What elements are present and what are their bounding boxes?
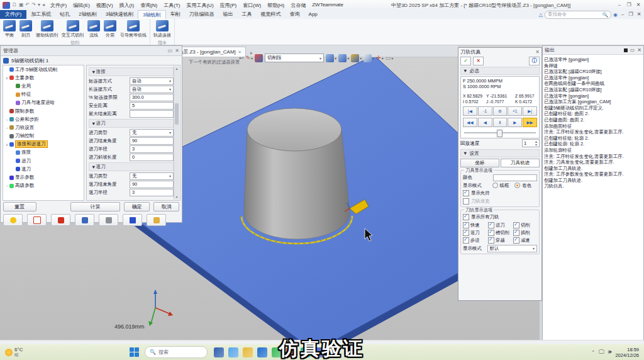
path-check-槽切削[interactable]: 槽切削 xyxy=(488,230,512,237)
section-header-退刀[interactable]: ▼ 退刀 xyxy=(89,162,174,171)
sim-close-icon[interactable]: ✕ xyxy=(535,49,540,55)
path-check-插削[interactable]: 插削 xyxy=(513,230,537,237)
filter-flag-icon[interactable] xyxy=(255,54,263,62)
toolpath-tab-button[interactable]: 刀具轨迹 xyxy=(501,159,540,167)
minimize-button[interactable]: – xyxy=(615,1,624,9)
ribbon-tool-驱动线切削[interactable]: 驱动线切削 xyxy=(35,20,58,39)
ribbon-tab-3轴快速铣削[interactable]: 3轴快速铣削 xyxy=(101,10,138,19)
back-icon[interactable]: ↩ xyxy=(239,55,244,61)
tree-item-显示参数[interactable]: 显示参数 xyxy=(3,173,84,181)
menu-item-帮助(H)[interactable]: 帮助(H) xyxy=(264,2,287,9)
进刀类型-dropdown[interactable]: 无▾ xyxy=(130,129,174,137)
go-start-button[interactable]: |◀ xyxy=(463,106,477,116)
menu-item-插入(I)[interactable]: 插入(I) xyxy=(116,2,138,9)
tree-expand-icon[interactable]: › xyxy=(4,184,9,188)
ribbon-tool-交互式切削[interactable]: 交互式切削 xyxy=(61,20,84,39)
show-holder-checkbox[interactable] xyxy=(463,190,469,196)
ok-button[interactable]: 确定 xyxy=(124,202,150,211)
pick-filter-dropdown[interactable]: 切削段 ▾ xyxy=(265,53,324,62)
restore-button[interactable]: ❐ xyxy=(625,1,633,9)
button-calculate-icon[interactable] xyxy=(75,214,94,226)
ribbon-tab-车削[interactable]: 车削 xyxy=(166,10,185,19)
sim-info-button[interactable]: ⓘ xyxy=(529,57,540,65)
rewind-button[interactable]: ◀◀ xyxy=(463,118,477,127)
menu-item-文件(F)[interactable]: 文件(F) xyxy=(47,2,70,9)
退刀-checkbox[interactable] xyxy=(463,230,469,236)
ribbon-tab-视觉样式[interactable]: 视觉样式 xyxy=(257,10,286,19)
tree-item-刀具与速度进给[interactable]: 刀具与速度进给 xyxy=(3,99,84,107)
menu-item-查询(N)[interactable]: 查询(N) xyxy=(137,2,160,9)
退刀半径-input[interactable]: 3 xyxy=(130,189,174,196)
coordinate-tab-button[interactable]: 坐标 xyxy=(460,159,499,167)
进刀结束角度-input[interactable]: 90 xyxy=(130,137,174,145)
长连接方式-dropdown[interactable]: 自动▾ xyxy=(130,86,174,93)
tree-item-主要参数[interactable]: ∨主要参数 xyxy=(3,74,84,82)
tree-expand-icon[interactable]: ∨ xyxy=(4,76,9,80)
tree-item-限制参数[interactable]: 限制参数 xyxy=(3,107,84,115)
cancel-button[interactable]: 取消 xyxy=(153,202,179,211)
减速-checkbox[interactable] xyxy=(513,237,519,244)
wireframe-radio[interactable] xyxy=(492,183,498,188)
槽切削-checkbox[interactable] xyxy=(488,230,494,236)
path-check-减速[interactable]: 减速 xyxy=(513,237,537,244)
play-button[interactable]: ▶ xyxy=(508,118,522,127)
stop-icon[interactable] xyxy=(624,48,628,52)
menu-item-应用(P)[interactable]: 应用(P) xyxy=(217,2,240,9)
show-all-paths-checkbox[interactable] xyxy=(463,214,469,220)
最大结束距离-input[interactable] xyxy=(130,110,174,118)
doc-minimize-button[interactable]: – xyxy=(619,11,626,18)
tree-item-刀轨设置[interactable]: ›刀轨设置 xyxy=(3,123,84,132)
ribbon-tab-App[interactable]: App xyxy=(304,10,322,19)
tree-expand-icon[interactable]: ∨ xyxy=(4,142,9,147)
section-header-连接[interactable]: ▼ 连接 xyxy=(89,67,174,76)
path-check-快速[interactable]: 快速 xyxy=(463,222,487,229)
ribbon-tab-查询[interactable]: 查询 xyxy=(286,10,304,19)
sim-ok-button[interactable]: ✓ xyxy=(460,57,471,65)
simulation-progress-slider[interactable] xyxy=(463,129,537,137)
slider-thumb[interactable] xyxy=(497,130,502,137)
pause-button[interactable]: Ⅱ xyxy=(493,118,508,127)
tree-item-退刀[interactable]: 退刀 xyxy=(3,165,84,173)
进刀-checkbox[interactable] xyxy=(488,222,494,228)
panel-close-icon[interactable]: ✕ xyxy=(637,47,641,53)
tool-color-swatch[interactable] xyxy=(493,174,537,181)
tree-item-连接和进退刀[interactable]: ∨连接和进退刀 xyxy=(3,140,84,149)
section-header-进刀[interactable]: ▼ 进刀 xyxy=(89,119,174,128)
ribbon-tool-轨迹连接[interactable]: 轨迹连接 xyxy=(153,20,172,39)
doc-close-button[interactable]: ✕ xyxy=(636,11,642,18)
% 短连接界限-input[interactable]: 300.0 xyxy=(130,94,174,101)
scroll-up-icon[interactable]: ▲ xyxy=(174,66,179,71)
快速-checkbox[interactable] xyxy=(463,222,469,228)
collapse-arrow-icon[interactable]: ▼ xyxy=(463,68,468,74)
fast-forward-button[interactable]: ▶▶ xyxy=(523,118,537,127)
ribbon-tab-2轴铣削[interactable]: 2轴铣削 xyxy=(74,10,101,19)
undo-icon[interactable]: ↶ xyxy=(26,2,30,8)
params-scrollbar[interactable]: ▲ ▼ xyxy=(174,66,179,200)
安全距离-input[interactable]: 5 xyxy=(130,102,174,110)
pick-icon[interactable]: ✎ xyxy=(246,55,251,61)
panel-dock-icon[interactable]: ▭ xyxy=(630,47,635,53)
menu-item-云存储[interactable]: 云存储 xyxy=(287,2,309,9)
toolpath-fill-checkbox[interactable] xyxy=(463,198,469,205)
play-back-button[interactable]: ◀ xyxy=(478,118,492,127)
button-lightbulb-icon[interactable] xyxy=(3,214,23,226)
ribbon-tool-分层[interactable]: 分层 xyxy=(103,20,117,39)
tree-item-进刀[interactable]: 进刀 xyxy=(3,157,84,165)
button-tool-icon[interactable] xyxy=(99,214,118,226)
ribbon-tab-输出[interactable]: 输出 xyxy=(219,10,238,19)
close-button[interactable]: ✕ xyxy=(634,1,643,9)
退刀类型-dropdown[interactable]: 无▾ xyxy=(130,172,174,180)
短连接方式-dropdown[interactable]: 自动▾ xyxy=(130,77,174,85)
menu-item-实用工具(U)[interactable]: 实用工具(U) xyxy=(183,2,216,9)
panel-close-icon[interactable]: ✕ xyxy=(175,48,179,53)
ribbon-tool-引导面等值线[interactable]: 引导面等值线 xyxy=(119,20,147,39)
scroll-down-icon[interactable]: ▼ xyxy=(174,194,179,200)
step-back-button[interactable]: -1 xyxy=(478,106,492,116)
menu-item-ZWTeammate[interactable]: ZWTeammate xyxy=(309,2,347,9)
command-search-input[interactable]: 查找命令 🔍 xyxy=(545,11,611,19)
new-file-icon[interactable]: 🗋 xyxy=(12,2,17,8)
进刀斜坡长度-input[interactable]: 0 xyxy=(130,154,174,161)
menu-item-视图(V)[interactable]: 视图(V) xyxy=(93,2,116,9)
doc-restore-button[interactable]: ❐ xyxy=(628,11,634,18)
menu-item-工具(T)[interactable]: 工具(T) xyxy=(160,2,183,9)
